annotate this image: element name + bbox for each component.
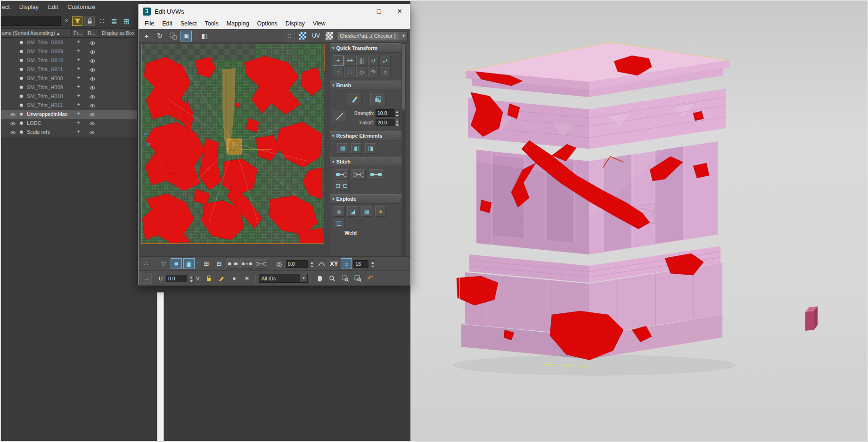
object-name[interactable]: SM_Trim_G008 [27, 40, 63, 45]
freeze-button[interactable]: ∗ [241, 273, 253, 284]
stitch-average-button[interactable] [352, 169, 366, 180]
frozen-icon[interactable]: + [74, 48, 83, 54]
zoom-button[interactable] [327, 273, 338, 284]
render-eye-icon[interactable] [89, 94, 96, 100]
break-button[interactable]: ∗ [375, 206, 386, 217]
rollout-grip-icon[interactable]: ∷ [397, 46, 400, 50]
rotate-tool-button[interactable]: ↻ [154, 31, 165, 41]
qt-space-h-button[interactable]: + [333, 67, 344, 77]
scene-menu-ect[interactable]: ect [2, 4, 10, 10]
tile-options-button[interactable]: ∷ [284, 31, 295, 41]
render-eye-icon[interactable] [89, 41, 96, 46]
render-eye-icon[interactable] [89, 103, 96, 109]
uvw-menu-mapping[interactable]: Mapping [227, 20, 249, 27]
qt-rotate-ccw-button[interactable]: ↺ [368, 56, 379, 66]
scale-tool-button[interactable] [167, 31, 179, 41]
conform-button[interactable]: ◧ [351, 143, 362, 154]
scene-menu-edit[interactable]: Edit [48, 4, 58, 10]
object-name[interactable]: SM_Trim_H010 [27, 93, 63, 99]
minimize-button[interactable]: – [348, 4, 368, 18]
scene-row[interactable]: UnwrappedInMax+ [0, 110, 137, 119]
frozen-icon[interactable]: + [74, 101, 83, 108]
flatten-by-smoothing-button[interactable]: ≣ [334, 206, 344, 217]
scene-row[interactable]: SM_Trim_H008+ [0, 74, 137, 83]
object-name[interactable]: UnwrappedInMax [27, 111, 67, 117]
falloff-spinner[interactable] [394, 119, 400, 126]
rollout-header-explode[interactable]: ▾ Explode ∷ [330, 194, 401, 204]
object-name[interactable]: SM_Trim_G009 [27, 49, 63, 54]
column-frozen[interactable]: Fr... [72, 29, 86, 37]
pan-button[interactable] [314, 273, 325, 284]
polygon-mode-button[interactable]: ■ [171, 258, 182, 269]
texture-dropdown[interactable]: CheckerPatt...( Checker ) ▼ [337, 31, 408, 41]
mirror-tool-button[interactable]: ◧ [199, 31, 210, 41]
stitch-custom-button[interactable] [335, 169, 349, 180]
brush-size-button[interactable]: ● [229, 273, 240, 284]
small-box-object[interactable] [805, 306, 818, 331]
rollout-grip-icon[interactable]: ∷ [397, 133, 400, 138]
render-eye-icon[interactable] [89, 85, 96, 91]
uvw-menu-file[interactable]: File [145, 20, 154, 27]
scene-row[interactable]: SM_Trim_G011+ [0, 65, 137, 74]
arc-mode-button[interactable] [316, 258, 327, 269]
uvw-menu-display[interactable]: Display [286, 20, 305, 27]
qt-distribute-button[interactable]: ∷ [344, 67, 355, 77]
u-field[interactable]: 0.0 [166, 275, 187, 282]
render-eye-icon[interactable] [89, 67, 96, 73]
rollout-header-reshape[interactable]: ▾ Reshape Elements ∷ [330, 131, 401, 140]
freeform-tool-button[interactable]: ▣ [180, 31, 192, 41]
column-name[interactable]: ame (Sorted Ascending) ▲ [0, 29, 72, 37]
element-mode-button[interactable]: ▣ [183, 258, 195, 269]
rollout-grip-icon[interactable]: ∷ [397, 83, 400, 88]
uvw-menu-edit[interactable]: Edit [162, 20, 172, 27]
dropdown-arrow-icon[interactable]: ▼ [300, 274, 307, 282]
uv-space-label[interactable]: UV [310, 33, 322, 39]
frozen-icon[interactable]: + [74, 39, 83, 45]
display-toggle-button[interactable]: ∷ [97, 16, 107, 26]
rollout-header-stitch[interactable]: ▾ Stitch ∷ [330, 157, 401, 166]
qt-linear-align-button[interactable]: ◇ [356, 67, 367, 77]
edge-loop-button[interactable] [226, 259, 239, 269]
maximize-button[interactable]: □ [368, 4, 389, 18]
frozen-icon[interactable]: + [74, 57, 83, 63]
vertex-mode-button[interactable]: ▽ [158, 258, 169, 269]
column-render[interactable]: R... [86, 29, 100, 37]
hierarchy-button[interactable]: ⊞ [121, 16, 131, 26]
visibility-eye-icon[interactable] [9, 112, 16, 118]
falloff-field[interactable]: 20.0 [376, 119, 394, 126]
strength-spinner[interactable] [394, 109, 400, 117]
frozen-icon[interactable]: + [74, 65, 83, 72]
soft-selection-dots-button[interactable]: ∴ [140, 258, 152, 269]
shrink-selection-button[interactable]: ⊟ [213, 258, 225, 269]
frozen-icon[interactable]: + [74, 92, 83, 99]
timeline-slider[interactable] [157, 292, 164, 442]
uvw-menu-select[interactable]: Select [180, 20, 197, 27]
grid-size-field[interactable]: 16 [353, 260, 368, 268]
frozen-icon[interactable]: + [74, 83, 83, 90]
absolute-mode-button[interactable]: → [140, 273, 152, 284]
window-titlebar[interactable]: 3 Edit UVWs – □ × [139, 4, 410, 18]
frozen-icon[interactable]: + [74, 74, 83, 81]
qt-move-button[interactable]: + [333, 56, 344, 66]
scene-row[interactable]: SM_Trim_G009+ [0, 47, 137, 56]
scene-row[interactable]: SM_Trim_H010+ [0, 92, 137, 101]
filter-button[interactable] [72, 16, 82, 26]
render-eye-icon[interactable] [89, 130, 96, 136]
uvw-menu-view[interactable]: View [313, 20, 326, 27]
frozen-icon[interactable]: + [74, 119, 83, 126]
visibility-eye-icon[interactable] [9, 121, 16, 127]
qt-center-pivot-button[interactable]: ○ [380, 67, 391, 77]
material-id-dropdown[interactable]: All IDs ▼ [259, 274, 308, 283]
uv-editor-canvas[interactable] [139, 43, 330, 256]
paint-select-button[interactable] [216, 273, 227, 284]
scrollbar-thumb[interactable] [402, 44, 405, 110]
explode-corner-button[interactable]: ◰ [334, 218, 344, 228]
object-name[interactable]: SM_Trim_H009 [27, 84, 63, 90]
next-rollout-partial-title[interactable]: Weld [333, 229, 400, 236]
uvw-menu-tools[interactable]: Tools [205, 20, 218, 27]
scene-menu-display[interactable]: Display [19, 4, 39, 10]
visibility-eye-icon[interactable] [9, 130, 16, 136]
object-name[interactable]: SM_Trim_G010 [27, 57, 63, 63]
object-name[interactable]: LODC [27, 120, 41, 126]
grow-selection-button[interactable]: ⊞ [201, 258, 212, 269]
